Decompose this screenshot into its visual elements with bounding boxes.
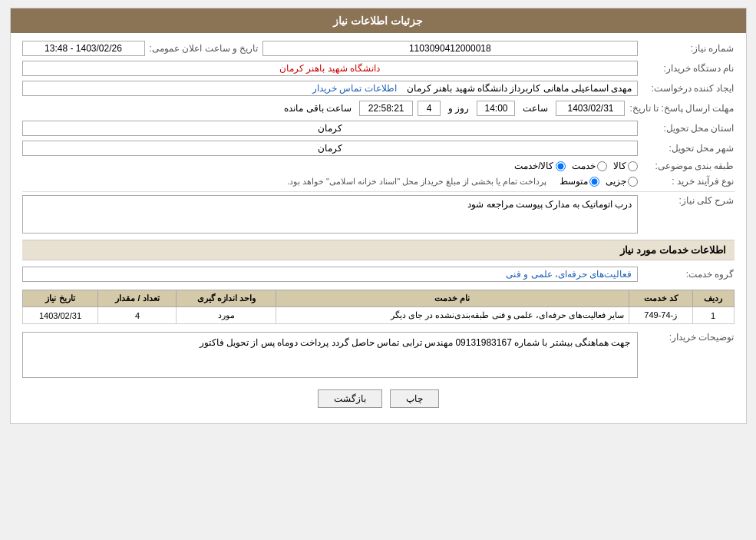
grooh-label: گروه خدمت: <box>642 269 735 280</box>
motavaset-radio[interactable] <box>589 177 599 187</box>
page-title: جزئیات اطلاعات نیاز <box>333 15 423 27</box>
cell-vahed: مورد <box>177 307 276 324</box>
buttons-row: چاپ بازگشت <box>22 389 735 408</box>
tabaqe-radio-group: کالا خدمت کالا/خدمت <box>514 161 637 171</box>
bazgasht-button[interactable]: بازگشت <box>318 389 382 408</box>
grooh-value: فعالیت‌های حرفه‌ای، علمی و فنی <box>22 267 638 282</box>
jazee-radio[interactable] <box>628 177 638 187</box>
shahr-value: کرمان <box>22 141 638 156</box>
tabaqe-kala-khedmat-label: کالا/خدمت <box>514 161 553 171</box>
mohlat-roz-label: روز و <box>448 103 469 114</box>
tabaqe-khedmat-label: خدمت <box>572 161 596 171</box>
jazee-item: جزیی <box>606 176 638 187</box>
ostan-label: استان محل تحویل: <box>642 123 735 134</box>
section2-title: اطلاعات خدمات مورد نیاز <box>22 240 735 260</box>
mohlat-baqi-label: ساعت باقی مانده <box>284 103 352 114</box>
col-tedad: تعداد / مقدار <box>98 290 177 307</box>
motavaset-item: متوسط <box>560 176 599 187</box>
jazee-label: جزیی <box>606 176 626 187</box>
ostan-value: کرمان <box>22 121 638 136</box>
chap-button[interactable]: چاپ <box>390 389 439 408</box>
tabaqe-kala-khedmat-radio[interactable] <box>556 161 566 171</box>
page-header: جزئیات اطلاعات نیاز <box>11 8 746 33</box>
mohlat-saat: 14:00 <box>477 101 515 116</box>
shomare-niaz-label: شماره نیاز: <box>642 43 735 54</box>
tabaqe-khedmat-radio[interactable] <box>597 161 607 171</box>
taarikh-elan-label: تاریخ و ساعت اعلان عمومی: <box>150 43 259 54</box>
grooh-link[interactable]: فعالیت‌های حرفه‌ای، علمی و فنی <box>506 269 632 280</box>
col-kod: کد خدمت <box>629 290 692 307</box>
tabaqe-label: طبقه بندی موضوعی: <box>642 161 735 171</box>
shomare-niaz-value: 1103090412000018 <box>262 41 637 56</box>
services-table-section: ردیف کد خدمت نام خدمت واحد اندازه گیری ت… <box>22 290 735 324</box>
tabaqe-khedmat-item: خدمت <box>572 161 607 171</box>
cell-radif: 1 <box>692 307 734 324</box>
mohlat-label: مهلت ارسال پاسخ: تا تاریخ: <box>629 103 734 114</box>
tabaqe-kala-radio[interactable] <box>628 161 638 171</box>
cell-tarikh: 1403/02/31 <box>22 307 98 324</box>
nam-dastgah-label: نام دستگاه خریدار: <box>642 63 735 74</box>
tousif-value: جهت هماهنگی بیشتر با شماره 09131983167 م… <box>22 332 638 378</box>
tabaqe-kala-khedmat-item: کالا/خدمت <box>514 161 565 171</box>
tousif-label: توضیحات خریدار: <box>642 332 735 343</box>
cell-kod: ز-74-749 <box>629 307 692 324</box>
tabaqe-kala-item: کالا <box>613 161 638 171</box>
shahr-label: شهر محل تحویل: <box>642 143 735 154</box>
col-radif: ردیف <box>692 290 734 307</box>
sharh-label: شرح کلی نیاز: <box>642 195 735 206</box>
ittelaat-tamas-link[interactable]: اطلاعات تماس خریدار <box>312 83 397 94</box>
tabaqe-kala-label: کالا <box>613 161 626 171</box>
col-vahed: واحد اندازه گیری <box>177 290 276 307</box>
sharh-value: درب اتوماتیک به مدارک پیوست مراجعه شود <box>22 195 638 234</box>
cell-tedad: 4 <box>98 307 177 324</box>
col-tarikh: تاریخ نیاز <box>22 290 98 307</box>
noe-farayand-note: پرداخت تمام یا بخشی از مبلغ خریداز محل "… <box>287 177 547 187</box>
taarikh-elan-value: 1403/02/26 - 13:48 <box>22 41 145 56</box>
mohlat-roz: 4 <box>418 101 441 116</box>
noe-farayand-label: نوع فرآیند خرید : <box>642 176 735 187</box>
cell-nam: سایر فعالیت‌های حرفه‌ای، علمی و فنی طبقه… <box>276 307 629 324</box>
col-nam: نام خدمت <box>276 290 629 307</box>
noe-farayand-radio-group: جزیی متوسط <box>560 176 638 187</box>
ijad-konande-value: مهدی اسماعیلی ماهانی کاربرداز دانشگاه شه… <box>22 81 638 96</box>
nam-dastgah-value: دانشگاه شهید باهنر کرمان <box>22 61 638 76</box>
mohlat-saat-label: ساعت <box>523 103 548 114</box>
mohlat-baqi: 22:58:21 <box>359 101 413 116</box>
table-row: 1 ز-74-749 سایر فعالیت‌های حرفه‌ای، علمی… <box>22 307 734 324</box>
motavaset-label: متوسط <box>560 176 588 187</box>
ijad-konande-label: ایجاد کننده درخواست: <box>642 83 735 94</box>
mohlat-date: 1403/02/31 <box>556 101 625 116</box>
services-table: ردیف کد خدمت نام خدمت واحد اندازه گیری ت… <box>22 290 735 324</box>
